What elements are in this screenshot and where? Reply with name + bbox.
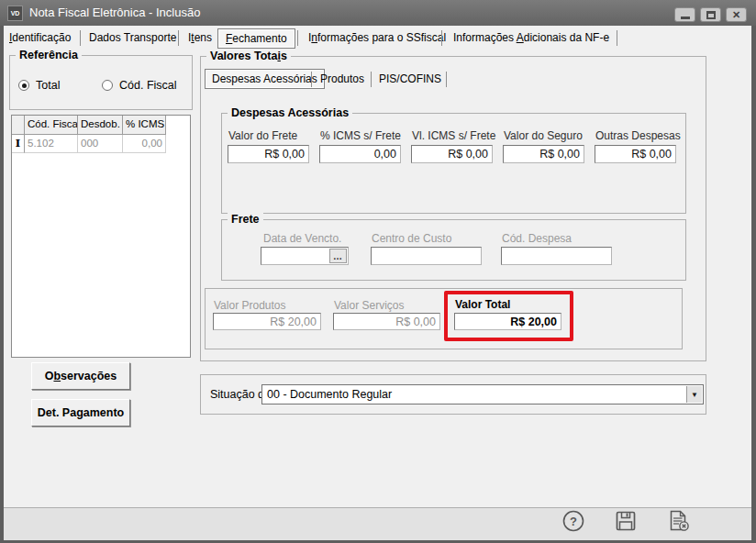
vl-icms-frete-field[interactable]: R$ 0,00 <box>411 145 493 163</box>
ibeam-cursor-icon: I <box>12 135 25 153</box>
centro-custo-label: Centro de Custo <box>372 232 451 245</box>
despesas-acessorias-title: Despesas Acessórias <box>228 106 352 119</box>
despesas-acessorias-group: Despesas Acessórias Valor do Frete R$ 0,… <box>221 113 686 214</box>
referencia-group: Referência Total Cód. Fiscal <box>9 55 193 110</box>
situacao-nf-group: Situação da NF: 00 - Documento Regular ▼ <box>200 374 706 415</box>
vl-icms-frete-label: Vl. ICMS s/ Frete <box>412 129 495 142</box>
tab-identificacao[interactable]: Identificação <box>9 31 71 44</box>
frete-group: Frete Data de Vencto. … Centro de Custo … <box>221 219 686 281</box>
window-border <box>0 26 4 543</box>
grid-header-desdob[interactable]: Desdob. <box>78 116 123 135</box>
window-title: Nota Fiscal Eletrônica - Inclusão <box>29 0 200 26</box>
referencia-group-title: Referência <box>16 49 82 61</box>
minimize-icon <box>681 17 690 19</box>
centro-custo-field[interactable] <box>371 247 482 265</box>
maximize-icon <box>706 11 716 19</box>
outras-despesas-field[interactable]: R$ 0,00 <box>595 145 676 163</box>
tab-separator <box>311 72 312 87</box>
radio-total-label[interactable]: Total <box>36 79 60 92</box>
valor-servicos-label: Valor Serviços <box>334 299 404 312</box>
radio-total[interactable] <box>18 80 29 91</box>
valor-produtos-field[interactable]: R$ 20,00 <box>213 313 321 330</box>
app-icon: VD <box>7 6 23 21</box>
chevron-down-icon: ▼ <box>691 391 698 399</box>
grid-header-cod-fiscal[interactable]: Cód. Fiscal <box>25 116 78 135</box>
frete-group-title: Frete <box>228 213 263 226</box>
maximize-button[interactable] <box>700 7 721 22</box>
help-icon: ? <box>561 509 585 533</box>
valor-servicos-field[interactable]: R$ 0,00 <box>333 313 440 330</box>
cell-icms[interactable]: 0,00 <box>123 135 166 153</box>
radio-cod-fiscal-label[interactable]: Cód. Fiscal <box>119 79 177 92</box>
footer-bar <box>0 507 756 543</box>
grid-header-selector <box>12 116 25 135</box>
tab-produtos[interactable]: Produtos <box>320 72 364 85</box>
close-button[interactable]: ✕ <box>726 7 747 22</box>
det-pagamento-button[interactable]: Det. Pagamento <box>31 399 130 427</box>
data-vencto-label: Data de Vencto. <box>263 232 341 245</box>
radio-cod-fiscal[interactable] <box>102 80 113 91</box>
tab-pis-cofins[interactable]: PIS/COFINS <box>379 72 441 85</box>
valor-produtos-label: Valor Produtos <box>214 299 286 312</box>
data-vencto-field[interactable]: … <box>261 247 349 265</box>
cod-fiscal-grid: Cód. Fiscal Desdob. % ICMS I 5.102 000 0… <box>11 115 191 358</box>
tab-separator <box>617 30 617 46</box>
window-border <box>751 26 756 543</box>
cod-despesa-label: Cód. Despesa <box>502 232 572 245</box>
tab-separator <box>80 30 81 46</box>
pct-icms-frete-label: % ICMS s/ Frete <box>320 129 401 142</box>
tab-informacoes-adicionais[interactable]: Informações Adicionais da NF-e <box>453 31 609 44</box>
grid-header-row: Cód. Fiscal Desdob. % ICMS <box>12 116 190 135</box>
tab-dados-transporte[interactable]: Dados Transporte <box>89 31 176 44</box>
tab-informacoes-ssfiscal[interactable]: Informações para o SSfiscal <box>308 31 446 44</box>
svg-text:?: ? <box>570 515 577 528</box>
outras-despesas-label: Outras Despesas <box>595 129 681 142</box>
tab-separator <box>371 72 372 87</box>
title-bar: VD Nota Fiscal Eletrônica - Inclusão ✕ <box>0 0 756 26</box>
table-row[interactable]: I 5.102 000 0,00 <box>12 135 190 153</box>
valor-total-field[interactable]: R$ 20,00 <box>454 313 561 330</box>
ellipsis-icon: … <box>333 251 343 261</box>
valor-frete-field[interactable]: R$ 0,00 <box>228 145 309 163</box>
det-pagamento-button-label: Det. Pagamento <box>38 406 124 419</box>
save-icon <box>614 509 638 533</box>
valor-seguro-label: Valor do Seguro <box>504 129 583 142</box>
valor-total-label: Valor Total <box>455 298 510 311</box>
minimize-button[interactable] <box>674 7 695 22</box>
date-lookup-button[interactable]: … <box>329 249 347 263</box>
tab-separator <box>446 72 447 87</box>
observacoes-button[interactable]: Observações <box>31 362 130 390</box>
cod-despesa-field[interactable] <box>501 247 612 265</box>
situacao-nf-value: 00 - Documento Regular <box>267 388 392 401</box>
cell-cod-fiscal[interactable]: 5.102 <box>25 135 78 153</box>
cancel-button[interactable] <box>666 509 692 533</box>
tab-separator <box>441 30 442 46</box>
cancel-document-icon <box>666 509 692 533</box>
observacoes-button-label: Observações <box>45 370 117 382</box>
valor-seguro-field[interactable]: R$ 0,00 <box>503 145 584 163</box>
valores-totais-group: Valores Totais Despesas Acessórias Produ… <box>200 56 706 361</box>
close-icon: ✕ <box>732 10 740 19</box>
pct-icms-frete-field[interactable]: 0,00 <box>319 145 401 163</box>
valores-totais-title: Valores Totais <box>206 50 291 62</box>
tab-itens[interactable]: Itens <box>188 31 212 44</box>
cell-desdob[interactable]: 000 <box>78 135 123 153</box>
tab-separator <box>297 30 298 46</box>
tab-separator <box>178 30 179 46</box>
totais-group: Valor Produtos R$ 20,00 Valor Serviços R… <box>205 288 683 349</box>
save-button[interactable] <box>614 509 638 533</box>
valor-frete-label: Valor do Frete <box>228 129 297 142</box>
nota-fiscal-window: VD Nota Fiscal Eletrônica - Inclusão ✕ I… <box>0 0 756 543</box>
help-button[interactable]: ? <box>561 509 585 533</box>
combo-dropdown-button[interactable]: ▼ <box>686 386 702 403</box>
tab-despesas-acessorias[interactable]: Despesas Acessórias <box>205 69 325 89</box>
grid-header-icms[interactable]: % ICMS <box>123 116 166 135</box>
situacao-nf-combobox[interactable]: 00 - Documento Regular ▼ <box>261 384 704 404</box>
tab-fechamento[interactable]: Fechamento <box>217 28 295 49</box>
